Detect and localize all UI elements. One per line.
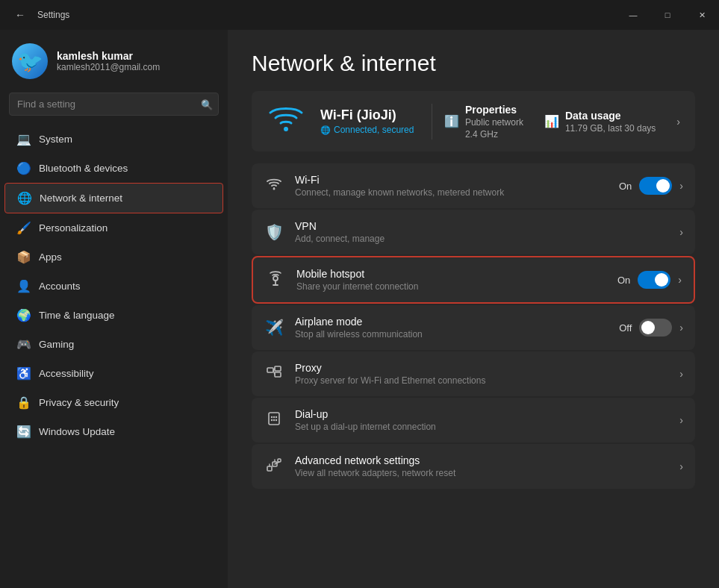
sidebar-label-accounts: Accounts xyxy=(39,281,81,292)
wifi-status: 🌐 Connected, secured xyxy=(320,125,420,135)
svg-point-1 xyxy=(273,187,276,190)
dialup-row-subtitle: Set up a dial-up internet connection xyxy=(295,422,669,432)
proxy-row-icon xyxy=(264,365,284,384)
properties-icon: ℹ️ xyxy=(444,114,459,128)
proxy-row-chevron: › xyxy=(679,368,683,380)
sidebar-item-time[interactable]: 🌍 Time & language xyxy=(4,301,223,330)
hotspot-row-right: On › xyxy=(617,271,682,289)
profile-section: 🐦 kamlesh kumar kamlesh2011@gmail.com xyxy=(0,30,228,90)
wifi-row-icon xyxy=(264,178,284,195)
sidebar-label-network: Network & internet xyxy=(40,193,122,204)
settings-row-proxy[interactable]: Proxy Proxy server for Wi-Fi and Etherne… xyxy=(252,351,695,396)
dialup-row-icon xyxy=(264,411,284,430)
advanced-row-subtitle: View all network adapters, network reset xyxy=(295,468,669,478)
vpn-row-text: VPN Add, connect, manage xyxy=(295,220,669,244)
dialup-row-chevron: › xyxy=(679,414,683,426)
wifi-properties: ℹ️ Properties Public network 2.4 GHz 📊 D… xyxy=(444,104,680,140)
hotspot-row-chevron: › xyxy=(678,274,682,286)
wifi-row-right: On › xyxy=(619,177,683,195)
hotspot-toggle[interactable] xyxy=(638,271,670,289)
settings-row-wifi[interactable]: Wi-Fi Connect, manage known networks, me… xyxy=(252,163,695,208)
privacy-icon: 🔒 xyxy=(16,395,30,410)
maximize-button[interactable]: □ xyxy=(650,0,685,30)
advanced-row-title: Advanced network settings xyxy=(295,454,669,466)
wifi-banner-chevron: › xyxy=(676,116,680,128)
airplane-row-chevron: › xyxy=(679,322,683,334)
wifi-big-icon xyxy=(267,103,305,140)
accessibility-icon: ♿ xyxy=(16,366,30,381)
advanced-row-chevron: › xyxy=(679,460,683,472)
svg-point-7 xyxy=(271,416,273,417)
sidebar-item-system[interactable]: 💻 System xyxy=(4,125,223,154)
advanced-row-text: Advanced network settings View all netwo… xyxy=(295,454,669,478)
wifi-prop-properties: Properties Public network 2.4 GHz xyxy=(465,104,523,140)
airplane-row-title: Airplane mode xyxy=(295,316,608,328)
close-button[interactable]: ✕ xyxy=(685,0,719,30)
time-icon: 🌍 xyxy=(16,308,30,322)
apps-icon: 📦 xyxy=(16,250,30,264)
wifi-banner[interactable]: Wi-Fi (JioJi) 🌐 Connected, secured ℹ️ Pr… xyxy=(252,91,695,151)
dialup-row-right: › xyxy=(679,414,683,426)
divider xyxy=(432,104,432,140)
wifi-row-text: Wi-Fi Connect, manage known networks, me… xyxy=(295,174,608,198)
wifi-row-subtitle: Connect, manage known networks, metered … xyxy=(295,187,608,198)
settings-row-hotspot[interactable]: Mobile hotspot Share your internet conne… xyxy=(252,256,695,304)
svg-rect-5 xyxy=(275,366,281,371)
svg-point-8 xyxy=(273,416,275,417)
vpn-row-subtitle: Add, connect, manage xyxy=(295,234,669,244)
update-icon: 🔄 xyxy=(16,425,30,439)
proxy-row-title: Proxy xyxy=(295,362,669,374)
svg-point-10 xyxy=(271,419,273,420)
search-icon[interactable]: 🔍 xyxy=(201,98,213,110)
sidebar-item-accessibility[interactable]: ♿ Accessibility xyxy=(4,359,223,388)
nav-list: 💻 System 🔵 Bluetooth & devices 🌐 Network… xyxy=(0,122,228,588)
dialup-row-text: Dial-up Set up a dial-up internet connec… xyxy=(295,408,669,432)
svg-point-12 xyxy=(276,419,277,420)
airplane-row-text: Airplane mode Stop all wireless communic… xyxy=(295,316,608,340)
minimize-button[interactable]: — xyxy=(616,0,650,30)
settings-row-airplane[interactable]: ✈️ Airplane mode Stop all wireless commu… xyxy=(252,305,695,350)
settings-row-vpn[interactable]: 🛡️ VPN Add, connect, manage › xyxy=(252,210,695,254)
sidebar-item-personalization[interactable]: 🖌️ Personalization xyxy=(4,213,223,243)
personalization-icon: 🖌️ xyxy=(16,221,30,235)
svg-rect-13 xyxy=(267,466,272,471)
settings-row-advanced[interactable]: Advanced network settings View all netwo… xyxy=(252,444,695,489)
airplane-toggle[interactable] xyxy=(639,319,672,337)
svg-point-9 xyxy=(276,416,277,417)
vpn-row-icon: 🛡️ xyxy=(264,223,284,241)
sidebar-label-gaming: Gaming xyxy=(39,339,74,350)
advanced-row-right: › xyxy=(679,460,683,472)
sidebar-item-bluetooth[interactable]: 🔵 Bluetooth & devices xyxy=(4,154,223,183)
airplane-toggle-label: Off xyxy=(619,322,632,334)
hotspot-row-subtitle: Share your internet connection xyxy=(296,281,607,292)
sidebar-item-privacy[interactable]: 🔒 Privacy & security xyxy=(4,388,223,417)
sidebar-item-apps[interactable]: 📦 Apps xyxy=(4,243,223,272)
proxy-row-text: Proxy Proxy server for Wi-Fi and Etherne… xyxy=(295,362,669,386)
bluetooth-icon: 🔵 xyxy=(16,161,30,175)
window-title: Settings xyxy=(37,10,69,20)
sidebar-label-accessibility: Accessibility xyxy=(39,368,94,379)
profile-name: kamlesh kumar xyxy=(57,50,160,62)
sidebar-item-gaming[interactable]: 🎮 Gaming xyxy=(4,330,223,359)
search-input[interactable] xyxy=(9,93,219,116)
sidebar-item-network[interactable]: 🌐 Network & internet xyxy=(4,183,223,213)
wifi-row-chevron: › xyxy=(679,180,683,192)
back-button[interactable]: ← xyxy=(9,6,31,24)
sidebar-label-apps: Apps xyxy=(39,251,62,263)
profile-email: kamlesh2011@gmail.com xyxy=(57,62,160,72)
wifi-row-title: Wi-Fi xyxy=(295,174,608,186)
settings-row-dialup[interactable]: Dial-up Set up a dial-up internet connec… xyxy=(252,398,695,442)
sidebar-label-personalization: Personalization xyxy=(39,222,108,234)
advanced-row-icon xyxy=(264,457,284,476)
hotspot-row-text: Mobile hotspot Share your internet conne… xyxy=(296,268,607,292)
sidebar-label-system: System xyxy=(39,134,72,145)
sidebar-label-update: Windows Update xyxy=(39,426,115,437)
vpn-row-right: › xyxy=(679,226,683,238)
gaming-icon: 🎮 xyxy=(16,337,30,351)
airplane-row-icon: ✈️ xyxy=(264,319,284,337)
svg-rect-3 xyxy=(267,368,273,372)
wifi-toggle[interactable] xyxy=(639,177,672,195)
sidebar-item-accounts[interactable]: 👤 Accounts xyxy=(4,272,223,301)
wifi-prop-data-usage: Data usage 11.79 GB, last 30 days xyxy=(565,110,656,134)
sidebar-item-update[interactable]: 🔄 Windows Update xyxy=(4,417,223,446)
